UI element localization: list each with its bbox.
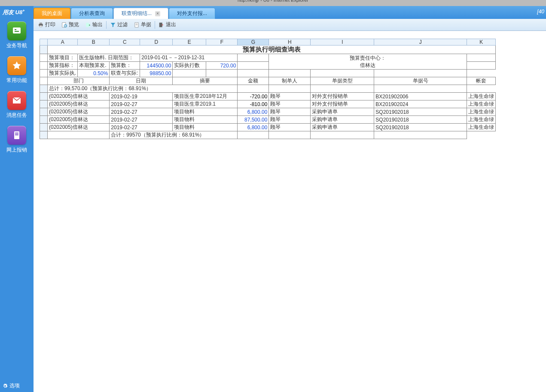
tabbar: [40 我的桌面分析表查询联查明细结...×对外支付报... <box>34 6 546 19</box>
col-header-H[interactable]: H <box>269 39 311 46</box>
svg-rect-2 <box>15 31 19 32</box>
svg-rect-0 <box>13 27 21 33</box>
th-7: 帐套 <box>467 77 496 85</box>
exit-icon <box>159 22 165 28</box>
total-row: 总计：99,570.00（预算执行比例：68.91%） <box>48 85 238 93</box>
sidebar-item-message[interactable]: 消息任务 <box>4 91 30 119</box>
corner-info: [40 <box>537 9 544 15</box>
th-3: 金额 <box>238 77 269 85</box>
col-header-I[interactable]: I <box>311 39 374 46</box>
svg-rect-5 <box>15 134 18 135</box>
doc-icon <box>134 22 140 28</box>
toolbar-funnel[interactable]: 过滤 <box>107 20 130 29</box>
toolbar-printer[interactable]: 打印 <box>35 20 58 29</box>
th-4: 制单人 <box>269 77 311 85</box>
col-header-B[interactable]: B <box>78 39 110 46</box>
sidebar: 用友 U8+ 业务导航 常用功能 消息任务 网上报销 选项 <box>0 6 34 392</box>
printer-icon <box>38 22 44 28</box>
toolbar-separator <box>106 21 107 29</box>
toolbar-exit[interactable]: 退出 <box>156 20 179 29</box>
col-header-J[interactable]: J <box>374 39 467 46</box>
sidebar-item-expense[interactable]: 网上报销 <box>4 126 30 154</box>
report-title: 预算执行明细查询表 <box>48 46 496 54</box>
corner-cell[interactable] <box>40 39 48 46</box>
report-icon <box>7 126 26 145</box>
col-header-D[interactable]: D <box>140 39 173 46</box>
col-header-K[interactable]: K <box>467 39 496 46</box>
sidebar-options[interactable]: 选项 <box>0 380 22 392</box>
toolbar: 打印预览输出过滤单据退出 <box>34 19 546 31</box>
col-header-F[interactable]: F <box>206 39 238 46</box>
table-row[interactable]: (0202005)倍林达2019-02-27项目医生章2019.1-810.00… <box>40 100 496 108</box>
mail-icon <box>7 91 26 110</box>
spreadsheet[interactable]: ABCDEFGHIJK 预算执行明细查询表 预算项目： 医生版物料. 日期范围：… <box>40 39 496 139</box>
browser-titlebar: http://kmjj/ - U8 - Internet Explorer <box>0 0 546 6</box>
star-icon <box>7 56 26 75</box>
hdr-project-label: 预算项目： <box>48 54 78 62</box>
table-row[interactable]: (0202005)倍林达2019-02-27项目物料87,500.00顾琴采购申… <box>40 116 496 124</box>
preview-icon <box>61 22 67 28</box>
svg-rect-8 <box>40 25 42 27</box>
tab-close-icon[interactable]: × <box>155 11 160 16</box>
resp-center-value: 倍林达 <box>360 62 375 68</box>
th-5: 单据类型 <box>311 77 374 85</box>
col-header-G[interactable]: G <box>238 39 269 46</box>
th-6: 单据号 <box>374 77 467 85</box>
th-0: 部门 <box>48 77 110 85</box>
tab-2[interactable]: 联查明细结...× <box>113 8 168 19</box>
tab-3[interactable]: 对外支付报... <box>169 8 215 19</box>
tab-0[interactable]: 我的桌面 <box>34 8 70 19</box>
sum-row: 合计：99570（预算执行比例：68.91%） <box>110 131 238 139</box>
app-logo: 用友 U8+ <box>0 7 27 18</box>
toolbar-separator <box>155 21 155 29</box>
svg-rect-11 <box>86 23 89 27</box>
gear-icon <box>3 383 8 389</box>
svg-rect-7 <box>40 22 42 24</box>
th-1: 日期 <box>110 77 173 85</box>
svg-rect-14 <box>136 24 138 25</box>
table-row[interactable]: (0202005)倍林达2019-02-27项目物料6,800.00顾琴采购申请… <box>40 124 496 131</box>
nav-icon <box>7 21 26 40</box>
table-row[interactable]: (0202005)倍林达2019-02-19项目医生章2018年12月-720.… <box>40 93 496 100</box>
toolbar-export[interactable]: 输出 <box>82 20 105 29</box>
tab-1[interactable]: 分析表查询 <box>71 8 113 19</box>
col-header-A[interactable]: A <box>48 39 78 46</box>
col-header-C[interactable]: C <box>110 39 140 46</box>
svg-rect-15 <box>159 22 162 27</box>
resp-center-label: 预算责任中心： <box>350 55 386 61</box>
sidebar-item-common[interactable]: 常用功能 <box>4 56 30 84</box>
export-icon <box>85 22 91 28</box>
svg-rect-13 <box>136 24 138 24</box>
svg-rect-1 <box>15 29 16 30</box>
svg-rect-4 <box>15 133 18 134</box>
content-area: ABCDEFGHIJK 预算执行明细查询表 预算项目： 医生版物料. 日期范围：… <box>34 31 546 392</box>
sidebar-item-business-nav[interactable]: 业务导航 <box>4 21 30 49</box>
toolbar-doc[interactable]: 单据 <box>131 20 154 29</box>
col-header-E[interactable]: E <box>173 39 206 46</box>
funnel-icon <box>110 22 116 28</box>
th-2: 摘要 <box>173 77 238 85</box>
table-row[interactable]: (0202005)倍林达2019-02-27项目物料6,800.00顾琴采购申请… <box>40 108 496 116</box>
toolbar-preview[interactable]: 预览 <box>59 20 82 29</box>
